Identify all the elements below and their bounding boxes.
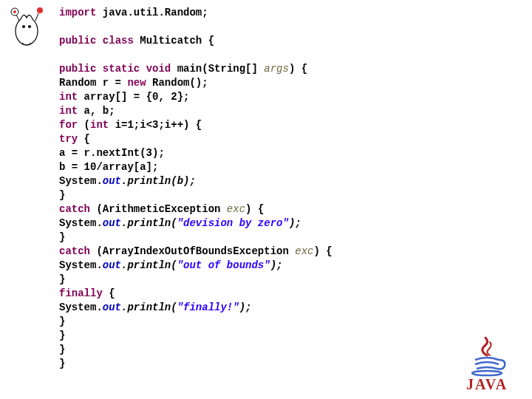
text: Random();	[146, 77, 208, 89]
field-out: out	[103, 175, 121, 187]
kw-finally: finally	[59, 287, 103, 299]
kw-class: class	[103, 35, 134, 47]
kw-catch: catch	[59, 245, 90, 257]
string: "finally!"	[177, 301, 239, 313]
field-out: out	[103, 259, 121, 271]
java-logo: JAVA	[454, 333, 520, 393]
svg-line-7	[35, 13, 38, 21]
text: {	[78, 133, 90, 145]
text: System.	[59, 259, 103, 271]
brace: }	[59, 344, 65, 355]
text: (ArrayIndexOutOfBoundsException	[90, 245, 295, 257]
string: "out of bounds"	[177, 259, 270, 271]
text: a = r.nextInt(3);	[59, 147, 165, 159]
text: {	[103, 287, 115, 299]
text: System.	[59, 175, 103, 187]
kw-void: void	[146, 63, 171, 75]
brace: }	[59, 358, 65, 369]
text: Random r =	[59, 77, 127, 89]
call: .println(b);	[121, 175, 196, 187]
text: ) {	[313, 245, 332, 257]
param-exc: exc	[227, 203, 245, 215]
text: i=1;i<3;i++) {	[109, 119, 202, 131]
svg-point-4	[13, 10, 16, 13]
brace: }	[59, 231, 65, 243]
text: main(String[]	[171, 63, 264, 75]
kw-try: try	[59, 133, 78, 145]
call: .println(	[121, 301, 177, 313]
text: ) {	[245, 203, 264, 215]
kw-public: public	[59, 35, 96, 47]
text: );	[270, 259, 283, 271]
text: (ArithmeticException	[90, 203, 227, 215]
param-exc: exc	[295, 245, 313, 257]
code-block: import java.util.Random; public class Mu…	[59, 6, 332, 371]
text: a, b;	[78, 105, 115, 117]
brace: }	[59, 330, 65, 341]
svg-point-8	[472, 371, 502, 375]
field-out: out	[103, 217, 121, 229]
text: );	[239, 301, 252, 313]
kw-import: import	[59, 7, 96, 18]
kw-new: new	[127, 77, 146, 89]
brace: }	[59, 316, 65, 327]
field-out: out	[103, 301, 121, 313]
java-logo-text: JAVA	[454, 376, 520, 393]
call: .println(	[121, 259, 177, 271]
text: Multicatch {	[134, 35, 214, 47]
svg-point-2	[28, 25, 31, 28]
sp	[140, 63, 146, 75]
param-args: args	[264, 63, 289, 75]
svg-point-0	[16, 17, 38, 45]
text: (	[78, 119, 90, 131]
text: System.	[59, 217, 103, 229]
text: ) {	[289, 63, 307, 75]
kw-int: int	[59, 91, 78, 103]
kw-catch: catch	[59, 203, 90, 215]
svg-point-1	[22, 25, 25, 28]
kw-int: int	[59, 105, 78, 117]
svg-point-6	[37, 7, 43, 13]
brace: }	[59, 273, 65, 285]
text: );	[289, 217, 301, 229]
string: "devision by zero"	[177, 217, 289, 229]
kw-for: for	[59, 119, 78, 131]
java-cup-icon	[465, 333, 509, 378]
brace: }	[59, 189, 65, 201]
kw-int: int	[90, 119, 109, 131]
call: .println(	[121, 217, 177, 229]
text: java.util.Random;	[96, 7, 208, 18]
sp	[96, 35, 102, 47]
text: System.	[59, 301, 103, 313]
kw-static: static	[103, 63, 140, 75]
sp	[96, 63, 102, 75]
svg-line-5	[16, 15, 19, 21]
kw-public: public	[59, 63, 96, 75]
text: b = 10/array[a];	[59, 161, 158, 173]
text: array[] = {0, 2};	[78, 91, 189, 103]
mascot-icon	[7, 4, 47, 49]
